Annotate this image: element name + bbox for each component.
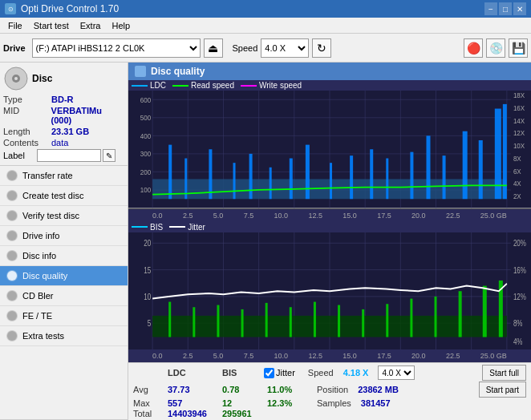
menu-help[interactable]: Help: [107, 19, 135, 32]
svg-rect-23: [184, 159, 187, 200]
speed-limit-select[interactable]: 4.0 X: [378, 365, 415, 380]
sidebar-item-drive-info[interactable]: Drive info: [0, 226, 128, 246]
title-bar: ⊙ Opti Drive Control 1.70 − □ ✕: [0, 0, 531, 18]
svg-rect-72: [152, 315, 507, 337]
ldc-col-header: LDC: [168, 368, 216, 378]
svg-rect-30: [330, 163, 332, 199]
svg-rect-76: [241, 309, 244, 337]
total-label: Total: [133, 409, 161, 418]
write-speed-legend-color: [241, 85, 257, 87]
upper-x-axis: 0.0 2.5 5.0 7.5 10.0 12.5 15.0 17.5 20.0…: [128, 209, 531, 222]
menu-start-test[interactable]: Start test: [29, 19, 74, 32]
mid-value: VERBATIMu (000): [51, 106, 124, 125]
svg-text:10X: 10X: [513, 142, 525, 151]
bis-max: 12: [222, 398, 254, 408]
speed-select[interactable]: 4.0 X: [261, 38, 309, 58]
label-label: Label: [3, 151, 35, 160]
nav-label-disc-info: Disc info: [22, 251, 56, 260]
sidebar: Disc Type BD-R MID VERBATIMu (000) Lengt…: [0, 63, 128, 420]
toolbar-btn-3[interactable]: 💾: [509, 38, 528, 58]
svg-text:15: 15: [144, 265, 151, 274]
position-label: Position: [317, 385, 348, 394]
mid-label: MID: [3, 106, 51, 125]
svg-text:4X: 4X: [513, 180, 521, 188]
menu-file[interactable]: File: [3, 19, 27, 32]
speed-col-header: Speed: [308, 368, 334, 378]
refresh-button[interactable]: ↻: [312, 38, 331, 58]
svg-text:16%: 16%: [513, 265, 527, 274]
sidebar-item-verify-test-disc[interactable]: Verify test disc: [0, 206, 128, 226]
title-bar-text: Opti Drive Control 1.70: [21, 3, 119, 14]
main-container: Disc Type BD-R MID VERBATIMu (000) Lengt…: [0, 63, 531, 420]
svg-rect-86: [483, 285, 487, 337]
menu-extra[interactable]: Extra: [75, 19, 106, 32]
svg-rect-81: [362, 309, 364, 337]
svg-rect-33: [386, 159, 388, 200]
jitter-checkbox[interactable]: [264, 368, 274, 378]
jitter-col-header: Jitter: [276, 368, 295, 378]
svg-rect-31: [350, 155, 353, 199]
disc-svg-icon: [3, 66, 29, 91]
bis-avg: 0.78: [222, 385, 254, 394]
sidebar-item-extra-tests[interactable]: Extra tests: [0, 326, 128, 346]
svg-rect-79: [314, 301, 316, 337]
disc-quality-icon: [135, 66, 146, 77]
svg-text:400: 400: [140, 131, 152, 140]
start-part-button[interactable]: Start part: [479, 382, 526, 398]
nav-label-create-test-disc: Create test disc: [22, 191, 83, 200]
drive-select[interactable]: (F:) ATAPI iHBS112 2 CL0K: [32, 38, 201, 58]
svg-text:2X: 2X: [513, 192, 521, 201]
lower-legend: BIS Jitter: [128, 222, 531, 232]
sidebar-item-create-test-disc[interactable]: Create test disc: [0, 186, 128, 206]
stats-bar: LDC BIS Jitter Speed 4.18 X 4.0 X Start …: [128, 362, 531, 420]
maximize-button[interactable]: □: [499, 2, 512, 15]
menu-bar: File Start test Extra Help: [0, 18, 531, 34]
svg-rect-82: [386, 304, 388, 337]
svg-rect-27: [270, 168, 272, 199]
sidebar-item-transfer-rate[interactable]: Transfer rate: [0, 166, 128, 186]
label-input[interactable]: [37, 149, 101, 162]
ldc-total: 14403946: [168, 409, 216, 418]
nav-label-extra-tests: Extra tests: [22, 331, 64, 341]
svg-text:500: 500: [140, 114, 152, 123]
window-controls: − □ ✕: [484, 2, 526, 15]
sidebar-item-fe-te[interactable]: FE / TE: [0, 306, 128, 326]
label-edit-button[interactable]: ✎: [103, 149, 116, 162]
start-full-button[interactable]: Start full: [482, 365, 526, 381]
svg-rect-24: [209, 149, 212, 199]
svg-point-2: [14, 77, 18, 80]
svg-rect-83: [410, 298, 412, 337]
toolbar-btn-1[interactable]: 🔴: [464, 38, 483, 58]
sidebar-item-cd-bler[interactable]: CD Bler: [0, 286, 128, 306]
toolbar-btn-2[interactable]: 💿: [486, 38, 505, 58]
jitter-max: 12.3%: [267, 398, 307, 408]
svg-rect-78: [290, 307, 292, 337]
bis-col-header: BIS: [222, 368, 254, 378]
svg-text:4%: 4%: [513, 336, 523, 345]
ldc-max: 557: [168, 398, 216, 408]
type-value: BD-R: [51, 95, 74, 104]
svg-text:300: 300: [140, 150, 152, 159]
avg-label: Avg: [133, 385, 161, 394]
svg-rect-85: [459, 291, 462, 337]
svg-rect-22: [168, 145, 172, 200]
svg-text:12X: 12X: [513, 129, 525, 138]
read-speed-legend-label: Read speed: [191, 81, 234, 90]
svg-text:8X: 8X: [513, 154, 521, 163]
lower-x-axis: 0.0 2.5 5.0 7.5 10.0 12.5 15.0 17.5 20.0…: [128, 349, 531, 362]
eject-button[interactable]: ⏏: [204, 38, 223, 58]
nav-label-disc-quality: Disc quality: [22, 271, 67, 281]
svg-text:18X: 18X: [513, 91, 525, 100]
sidebar-item-disc-info[interactable]: Disc info: [0, 246, 128, 266]
svg-text:20%: 20%: [513, 238, 527, 248]
svg-text:6X: 6X: [513, 167, 521, 176]
close-button[interactable]: ✕: [513, 2, 526, 15]
svg-rect-35: [426, 135, 430, 199]
minimize-button[interactable]: −: [484, 2, 497, 15]
svg-rect-38: [479, 140, 483, 199]
nav-label-cd-bler: CD Bler: [22, 291, 54, 301]
svg-rect-28: [290, 159, 293, 200]
disc-quality-title: Disc quality: [151, 66, 205, 77]
sidebar-item-disc-quality[interactable]: Disc quality: [0, 266, 128, 286]
max-label: Max: [133, 398, 161, 408]
